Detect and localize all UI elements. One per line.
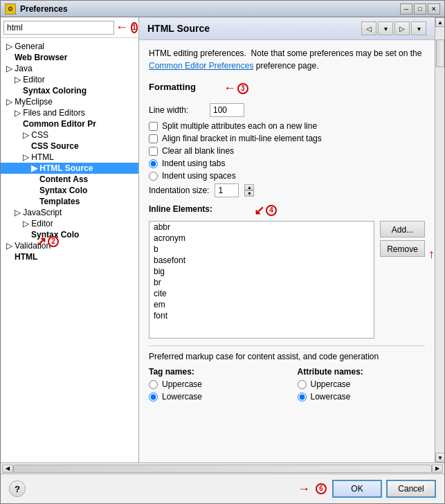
help-button[interactable]: ? (9, 480, 26, 497)
scroll-up-arrow[interactable]: ▲ (435, 17, 444, 27)
split-attrs-checkbox[interactable] (149, 122, 158, 131)
tree-item-java[interactable]: ▷ Java (1, 63, 138, 74)
remove-button[interactable]: Remove (380, 240, 425, 257)
inline-elements-section: Inline Elements: ↙ 4 abbr acronym b (149, 203, 425, 339)
menu-dropdown-button[interactable]: ▾ (411, 21, 426, 35)
tree-item-editor-java[interactable]: ▷ Editor (1, 74, 138, 85)
tree-item-web-browser[interactable]: Web Browser (1, 52, 138, 63)
common-editor-link[interactable]: Common Editor Preferences (149, 61, 253, 71)
panel-title: HTML Source (147, 23, 210, 34)
back-button[interactable]: ◁ (361, 21, 376, 35)
tree-item-syntax-colo-html[interactable]: Syntax Colo (1, 185, 138, 196)
tree-item-common-editor[interactable]: Common Editor Pr (1, 118, 138, 129)
tree-label: Web Browser (15, 53, 67, 62)
list-item[interactable]: b (149, 244, 374, 255)
line-width-row: Line width: (149, 103, 425, 117)
tree-item-css[interactable]: ▷ CSS (1, 129, 138, 141)
right-panel: HTML Source ◁ ▾ ▷ ▾ HTML editing prefere… (139, 17, 435, 462)
cancel-button[interactable]: Cancel (386, 480, 436, 498)
main-content: ← 1 ✕ ▷ General Web Browser ▷ Java ▷ Edi… (1, 17, 444, 462)
preferences-window: ⚙ Preferences ─ □ ✕ ← 1 ✕ ▷ General (0, 0, 445, 504)
search-input[interactable] (3, 21, 114, 35)
back-dropdown-button[interactable]: ▾ (378, 21, 393, 35)
tree-item-html-source[interactable]: ▶ HTML Source (1, 163, 138, 174)
attr-lowercase-radio[interactable] (298, 393, 307, 402)
tree-item-css-source[interactable]: CSS Source (1, 141, 138, 152)
spin-up-button[interactable]: ▲ (244, 184, 254, 190)
tree-label: Syntax Colo (39, 186, 87, 195)
indent-size-input[interactable] (215, 183, 239, 197)
panel-header: HTML Source ◁ ▾ ▷ ▾ (139, 17, 435, 40)
formatting-section: Formatting ← 3 Line width: Split multipl… (149, 79, 425, 197)
tree-item-html[interactable]: ▷ HTML (1, 152, 138, 163)
scroll-left-arrow[interactable]: ◀ (2, 465, 13, 473)
tree-item-content-ass[interactable]: Content Ass (1, 174, 138, 185)
align-final-row: Align final bracket in multi-line elemen… (149, 134, 425, 143)
annotation-2-wrapper: Content Ass (1, 174, 138, 185)
tag-uppercase-row: Uppercase (149, 379, 277, 389)
scroll-thumb[interactable] (436, 39, 444, 67)
list-item[interactable]: br (149, 277, 374, 288)
list-item[interactable]: basefont (149, 255, 374, 266)
scroll-down-arrow[interactable]: ▼ (435, 453, 444, 462)
list-item[interactable]: cite (149, 288, 374, 299)
tree-item-validation[interactable]: ▷ Validation (1, 240, 138, 251)
indent-spaces-radio[interactable] (149, 172, 158, 181)
attr-uppercase-radio[interactable] (298, 380, 307, 389)
close-button[interactable]: ✕ (428, 3, 440, 15)
tree-item-editor-js[interactable]: ▷ Editor (1, 218, 138, 229)
annotation-4: 4 (266, 205, 277, 216)
list-item[interactable]: font (149, 310, 374, 321)
tree-item-general[interactable]: ▷ General (1, 41, 138, 52)
minimize-button[interactable]: ─ (400, 3, 412, 15)
tree-label: Common Editor Pr (23, 119, 96, 129)
tree-label: ▷ Files and Editors (15, 108, 85, 118)
tree-item-myeclipse[interactable]: ▷ MyEclipse (1, 96, 138, 107)
list-item[interactable]: big (149, 266, 374, 277)
list-item[interactable]: acronym (149, 233, 374, 244)
indent-spaces-label: Indent using spaces (162, 171, 236, 181)
tag-lowercase-radio[interactable] (149, 393, 158, 402)
arrow-annotation-4: ↙ (254, 203, 264, 218)
tree-label: ▷ General (6, 42, 44, 51)
title-bar: ⚙ Preferences ─ □ ✕ (1, 1, 444, 17)
inline-elements-list[interactable]: abbr acronym b basefont big br cite em f… (149, 221, 374, 339)
indent-tabs-radio[interactable] (149, 159, 158, 168)
attr-lowercase-row: Lowercase (298, 392, 426, 402)
list-item[interactable]: em (149, 299, 374, 310)
arrow-annotation-5: ↑ (428, 247, 435, 262)
tree-label: HTML (15, 252, 37, 262)
list-action-buttons: Add... Remove ↑ 5 (380, 221, 425, 339)
maximize-button[interactable]: □ (414, 3, 426, 15)
tag-names-col: Tag names: Uppercase Lowercase (149, 367, 277, 404)
spin-down-button[interactable]: ▼ (244, 190, 254, 197)
window-icon: ⚙ (5, 3, 16, 15)
add-button[interactable]: Add... (380, 221, 425, 237)
remove-btn-wrapper: Remove ↑ 5 (380, 240, 425, 257)
align-final-checkbox[interactable] (149, 134, 158, 143)
scroll-right-arrow[interactable]: ▶ (432, 465, 443, 473)
tag-uppercase-radio[interactable] (149, 380, 158, 389)
line-width-input[interactable] (210, 103, 244, 117)
tree-label: ▷ CSS (23, 130, 48, 140)
tree-item-files-editors[interactable]: ▷ Files and Editors (1, 107, 138, 118)
indentation-size-row: Indentation size: ▲ ▼ (149, 183, 425, 197)
clear-blank-checkbox[interactable] (149, 147, 158, 156)
list-area-wrapper: abbr acronym b basefont big br cite em f… (149, 221, 425, 339)
tree-item-syntax-coloring[interactable]: Syntax Coloring (1, 85, 138, 96)
h-scrollbar-thumb[interactable] (13, 465, 432, 473)
tree-label: ▷ Validation (6, 241, 51, 251)
tree-label: ▷ Java (6, 64, 33, 73)
button-bar: ? → 6 OK Cancel (1, 474, 444, 503)
tree-item-javascript[interactable]: ▷ JavaScript (1, 207, 138, 218)
tag-names-title: Tag names: (149, 367, 277, 377)
ok-button[interactable]: OK (332, 480, 382, 498)
list-item[interactable]: abbr (149, 222, 374, 233)
tree-item-templates[interactable]: Templates (1, 196, 138, 207)
tree-item-syntax-colo-js[interactable]: Syntax Colo (1, 229, 138, 240)
forward-button[interactable]: ▷ (394, 21, 410, 35)
right-content-wrapper: HTML Source ◁ ▾ ▷ ▾ HTML editing prefere… (139, 17, 444, 462)
tree-item-html-validation[interactable]: HTML (1, 251, 138, 262)
attr-uppercase-label: Uppercase (311, 379, 351, 389)
attr-names-title: Attribute names: (298, 367, 426, 377)
